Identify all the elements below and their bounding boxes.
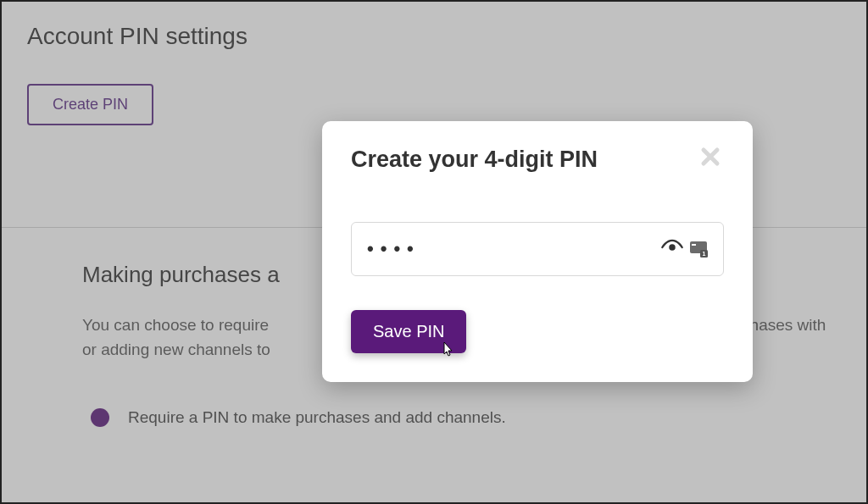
input-icon-group: 1 [660,235,708,263]
svg-text:1: 1 [703,251,706,257]
svg-point-0 [669,244,675,250]
modal-header: Create your 4-digit PIN [351,147,724,173]
eye-icon [660,235,684,259]
create-pin-modal: Create your 4-digit PIN •••• 1 [322,121,753,382]
close-icon [700,147,721,167]
pin-input[interactable]: •••• 1 [351,222,724,276]
svg-rect-2 [692,244,696,246]
password-manager-icon: 1 [689,241,708,258]
save-pin-button[interactable]: Save PIN [351,310,466,353]
pin-masked-value: •••• [367,238,660,260]
toggle-visibility-button[interactable] [660,235,684,263]
modal-title: Create your 4-digit PIN [351,147,598,173]
close-button[interactable] [700,147,724,170]
password-manager-button[interactable]: 1 [689,241,708,258]
